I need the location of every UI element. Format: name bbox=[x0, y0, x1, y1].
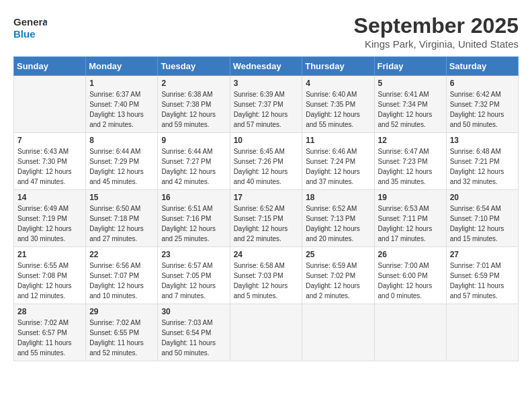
calendar-day-header: Wednesday bbox=[230, 57, 302, 76]
calendar-week-row: 1 Sunrise: 6:37 AMSunset: 7:40 PMDayligh… bbox=[14, 76, 519, 133]
calendar-day-header: Tuesday bbox=[158, 57, 230, 76]
calendar-day-cell: 6 Sunrise: 6:42 AMSunset: 7:32 PMDayligh… bbox=[446, 76, 518, 133]
calendar-day-cell: 19 Sunrise: 6:53 AMSunset: 7:11 PMDaylig… bbox=[374, 190, 446, 247]
calendar-day-cell: 27 Sunrise: 7:01 AMSunset: 6:59 PMDaylig… bbox=[446, 247, 518, 304]
day-info: Sunrise: 7:02 AMSunset: 6:55 PMDaylight:… bbox=[89, 318, 154, 358]
calendar-day-cell: 5 Sunrise: 6:41 AMSunset: 7:34 PMDayligh… bbox=[374, 76, 446, 133]
calendar-day-cell: 28 Sunrise: 7:02 AMSunset: 6:57 PMDaylig… bbox=[14, 304, 86, 361]
day-number: 24 bbox=[234, 250, 299, 259]
day-number: 12 bbox=[378, 136, 443, 145]
day-info: Sunrise: 6:58 AMSunset: 7:03 PMDaylight:… bbox=[234, 261, 299, 301]
calendar-day-header: Friday bbox=[374, 57, 446, 76]
title-block: September 2025 Kings Park, Virginia, Uni… bbox=[354, 13, 519, 50]
calendar-day-cell: 18 Sunrise: 6:52 AMSunset: 7:13 PMDaylig… bbox=[302, 190, 374, 247]
day-number: 9 bbox=[161, 136, 226, 145]
day-number: 22 bbox=[89, 250, 154, 259]
day-number: 23 bbox=[161, 250, 226, 259]
day-info: Sunrise: 6:57 AMSunset: 7:05 PMDaylight:… bbox=[161, 261, 226, 301]
calendar-day-cell: 17 Sunrise: 6:52 AMSunset: 7:15 PMDaylig… bbox=[230, 190, 302, 247]
day-number: 26 bbox=[378, 250, 443, 259]
calendar-header-row: SundayMondayTuesdayWednesdayThursdayFrid… bbox=[14, 57, 519, 76]
day-number: 8 bbox=[89, 136, 154, 145]
logo-svg: General Blue bbox=[13, 13, 47, 42]
day-info: Sunrise: 6:46 AMSunset: 7:24 PMDaylight:… bbox=[306, 146, 370, 187]
calendar-day-header: Thursday bbox=[302, 57, 374, 76]
calendar-day-cell bbox=[374, 304, 446, 361]
day-number: 4 bbox=[306, 79, 370, 88]
day-info: Sunrise: 6:44 AMSunset: 7:27 PMDaylight:… bbox=[161, 146, 226, 187]
day-info: Sunrise: 7:00 AMSunset: 6:00 PMDaylight:… bbox=[378, 261, 443, 301]
day-info: Sunrise: 6:42 AMSunset: 7:32 PMDaylight:… bbox=[450, 89, 515, 130]
day-info: Sunrise: 6:39 AMSunset: 7:37 PMDaylight:… bbox=[234, 89, 299, 130]
calendar-week-row: 21 Sunrise: 6:55 AMSunset: 7:08 PMDaylig… bbox=[14, 247, 519, 304]
calendar-day-header: Saturday bbox=[446, 57, 518, 76]
day-number: 27 bbox=[450, 250, 515, 259]
calendar-day-cell: 15 Sunrise: 6:50 AMSunset: 7:18 PMDaylig… bbox=[86, 190, 158, 247]
day-info: Sunrise: 6:41 AMSunset: 7:34 PMDaylight:… bbox=[378, 89, 443, 130]
day-number: 2 bbox=[161, 79, 226, 88]
calendar-day-cell: 4 Sunrise: 6:40 AMSunset: 7:35 PMDayligh… bbox=[302, 76, 374, 133]
calendar-week-row: 14 Sunrise: 6:49 AMSunset: 7:19 PMDaylig… bbox=[14, 190, 519, 247]
calendar-week-row: 7 Sunrise: 6:43 AMSunset: 7:30 PMDayligh… bbox=[14, 133, 519, 190]
day-number: 13 bbox=[450, 136, 515, 145]
page-header: General Blue September 2025 Kings Park, … bbox=[13, 13, 519, 50]
day-info: Sunrise: 7:03 AMSunset: 6:54 PMDaylight:… bbox=[161, 318, 226, 358]
day-number: 10 bbox=[234, 136, 299, 145]
calendar-table: SundayMondayTuesdayWednesdayThursdayFrid… bbox=[13, 56, 519, 361]
calendar-day-header: Sunday bbox=[14, 57, 86, 76]
calendar-day-cell: 22 Sunrise: 6:56 AMSunset: 7:07 PMDaylig… bbox=[86, 247, 158, 304]
calendar-day-cell: 25 Sunrise: 6:59 AMSunset: 7:02 PMDaylig… bbox=[302, 247, 374, 304]
calendar-day-cell: 10 Sunrise: 6:45 AMSunset: 7:26 PMDaylig… bbox=[230, 133, 302, 190]
calendar-day-cell bbox=[302, 304, 374, 361]
day-number: 11 bbox=[306, 136, 370, 145]
day-number: 29 bbox=[89, 307, 154, 316]
day-number: 19 bbox=[378, 193, 443, 202]
day-info: Sunrise: 6:52 AMSunset: 7:15 PMDaylight:… bbox=[234, 203, 299, 244]
calendar-day-cell: 29 Sunrise: 7:02 AMSunset: 6:55 PMDaylig… bbox=[86, 304, 158, 361]
day-number: 14 bbox=[17, 193, 82, 202]
calendar-day-cell: 21 Sunrise: 6:55 AMSunset: 7:08 PMDaylig… bbox=[14, 247, 86, 304]
day-number: 25 bbox=[306, 250, 370, 259]
day-info: Sunrise: 6:50 AMSunset: 7:18 PMDaylight:… bbox=[89, 203, 154, 244]
calendar-day-cell: 14 Sunrise: 6:49 AMSunset: 7:19 PMDaylig… bbox=[14, 190, 86, 247]
calendar-day-cell: 11 Sunrise: 6:46 AMSunset: 7:24 PMDaylig… bbox=[302, 133, 374, 190]
calendar-day-cell: 7 Sunrise: 6:43 AMSunset: 7:30 PMDayligh… bbox=[14, 133, 86, 190]
day-number: 1 bbox=[89, 79, 154, 88]
day-number: 30 bbox=[161, 307, 226, 316]
day-info: Sunrise: 6:47 AMSunset: 7:23 PMDaylight:… bbox=[378, 146, 443, 187]
calendar-day-cell: 9 Sunrise: 6:44 AMSunset: 7:27 PMDayligh… bbox=[158, 133, 230, 190]
calendar-day-cell: 13 Sunrise: 6:48 AMSunset: 7:21 PMDaylig… bbox=[446, 133, 518, 190]
day-info: Sunrise: 6:51 AMSunset: 7:16 PMDaylight:… bbox=[161, 203, 226, 244]
day-number: 6 bbox=[450, 79, 515, 88]
day-number: 3 bbox=[234, 79, 299, 88]
svg-text:General: General bbox=[13, 16, 47, 28]
location: Kings Park, Virginia, United States bbox=[354, 38, 519, 50]
day-info: Sunrise: 7:02 AMSunset: 6:57 PMDaylight:… bbox=[17, 318, 82, 358]
day-info: Sunrise: 6:40 AMSunset: 7:35 PMDaylight:… bbox=[306, 89, 370, 130]
calendar-day-cell bbox=[14, 76, 86, 133]
calendar-day-cell: 30 Sunrise: 7:03 AMSunset: 6:54 PMDaylig… bbox=[158, 304, 230, 361]
calendar-day-cell: 20 Sunrise: 6:54 AMSunset: 7:10 PMDaylig… bbox=[446, 190, 518, 247]
day-info: Sunrise: 7:01 AMSunset: 6:59 PMDaylight:… bbox=[450, 261, 515, 301]
calendar-week-row: 28 Sunrise: 7:02 AMSunset: 6:57 PMDaylig… bbox=[14, 304, 519, 361]
day-info: Sunrise: 6:44 AMSunset: 7:29 PMDaylight:… bbox=[89, 146, 154, 187]
day-info: Sunrise: 6:43 AMSunset: 7:30 PMDaylight:… bbox=[17, 146, 82, 187]
day-info: Sunrise: 6:48 AMSunset: 7:21 PMDaylight:… bbox=[450, 146, 515, 187]
calendar-day-cell: 1 Sunrise: 6:37 AMSunset: 7:40 PMDayligh… bbox=[86, 76, 158, 133]
calendar-day-cell: 12 Sunrise: 6:47 AMSunset: 7:23 PMDaylig… bbox=[374, 133, 446, 190]
day-number: 7 bbox=[17, 136, 82, 145]
calendar-day-cell: 3 Sunrise: 6:39 AMSunset: 7:37 PMDayligh… bbox=[230, 76, 302, 133]
day-info: Sunrise: 6:37 AMSunset: 7:40 PMDaylight:… bbox=[89, 89, 154, 130]
day-info: Sunrise: 6:54 AMSunset: 7:10 PMDaylight:… bbox=[450, 203, 515, 244]
day-info: Sunrise: 6:49 AMSunset: 7:19 PMDaylight:… bbox=[17, 203, 82, 244]
month-title: September 2025 bbox=[354, 13, 519, 38]
calendar-day-cell: 16 Sunrise: 6:51 AMSunset: 7:16 PMDaylig… bbox=[158, 190, 230, 247]
calendar-day-cell: 26 Sunrise: 7:00 AMSunset: 6:00 PMDaylig… bbox=[374, 247, 446, 304]
day-number: 16 bbox=[161, 193, 226, 202]
day-info: Sunrise: 6:53 AMSunset: 7:11 PMDaylight:… bbox=[378, 203, 443, 244]
day-info: Sunrise: 6:56 AMSunset: 7:07 PMDaylight:… bbox=[89, 261, 154, 301]
calendar-day-cell bbox=[446, 304, 518, 361]
calendar-day-cell bbox=[230, 304, 302, 361]
svg-text:Blue: Blue bbox=[13, 28, 36, 40]
day-info: Sunrise: 6:45 AMSunset: 7:26 PMDaylight:… bbox=[234, 146, 299, 187]
